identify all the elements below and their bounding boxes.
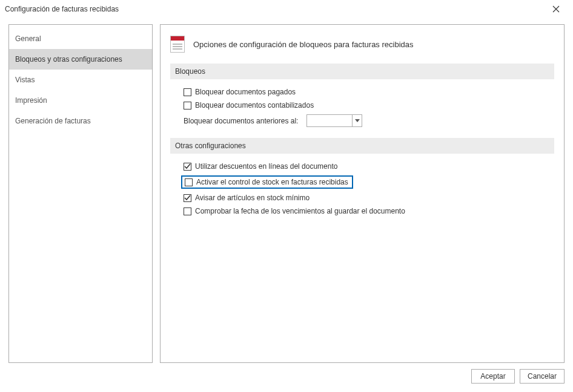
section-header-otras: Otras configuraciones (170, 138, 554, 154)
sidebar-item-general[interactable]: General (9, 28, 152, 49)
sidebar-item-vistas[interactable]: Vistas (9, 70, 152, 90)
checkbox-stock-control-row: Activar el control de stock en facturas … (184, 173, 554, 191)
section-header-bloqueos: Bloqueos (170, 64, 554, 79)
checkbox-block-posted[interactable]: Bloquear documentos contabilizados (184, 99, 554, 112)
page-heading: Opciones de configuración de bloqueos pa… (170, 36, 554, 53)
sidebar: General Bloqueos y otras configuraciones… (8, 24, 153, 363)
sidebar-item-bloqueos[interactable]: Bloqueos y otras configuraciones (9, 49, 152, 70)
dialog-buttons: Aceptar Cancelar (8, 363, 565, 384)
sidebar-item-impresion[interactable]: Impresión (9, 90, 152, 111)
window-title: Configuración de facturas recibidas (5, 5, 544, 13)
checkbox-block-paid[interactable]: Bloquear documentos pagados (184, 85, 554, 99)
checkbox-use-discounts[interactable]: Utilizar descuentos en líneas del docume… (184, 160, 554, 173)
chevron-down-icon (355, 119, 360, 123)
checkbox-min-stock-warn[interactable]: Avisar de artículos en stock mínimo (184, 191, 554, 204)
checkbox-icon (184, 194, 191, 202)
document-icon (170, 36, 185, 53)
checkbox-label: Avisar de artículos en stock mínimo (195, 194, 310, 202)
checkbox-label: Bloquear documentos contabilizados (195, 101, 314, 109)
checkbox-icon (184, 163, 191, 171)
cancel-button[interactable]: Cancelar (520, 369, 565, 384)
checkbox-label: Utilizar descuentos en líneas del docume… (195, 162, 337, 171)
checkbox-check-due-date[interactable]: Comprobar la fecha de los vencimientos a… (184, 204, 554, 218)
checkbox-stock-control[interactable]: Activar el control de stock en facturas … (181, 175, 353, 189)
block-before-label: Bloquear documentos anteriores al: (184, 117, 298, 125)
date-dropdown-button[interactable] (352, 115, 362, 126)
checkbox-label: Activar el control de stock en facturas … (196, 178, 348, 186)
checkbox-icon (184, 102, 191, 109)
date-input[interactable] (307, 115, 352, 126)
checkbox-label: Comprobar la fecha de los vencimientos a… (195, 207, 405, 215)
close-button[interactable] (544, 0, 568, 18)
content-panel: Opciones de configuración de bloqueos pa… (160, 24, 565, 363)
accept-button[interactable]: Aceptar (471, 369, 515, 384)
close-icon (552, 5, 560, 13)
checkbox-icon (185, 178, 193, 186)
checkbox-icon (184, 207, 191, 215)
checkbox-label: Bloquear documentos pagados (195, 88, 296, 96)
sidebar-item-generacion[interactable]: Generación de facturas (9, 111, 152, 131)
block-before-date-picker[interactable] (306, 114, 362, 127)
title-bar: Configuración de facturas recibidas (0, 0, 573, 18)
page-title: Opciones de configuración de bloqueos pa… (193, 40, 414, 49)
row-block-before: Bloquear documentos anteriores al: (184, 112, 554, 129)
checkbox-icon (184, 88, 191, 96)
